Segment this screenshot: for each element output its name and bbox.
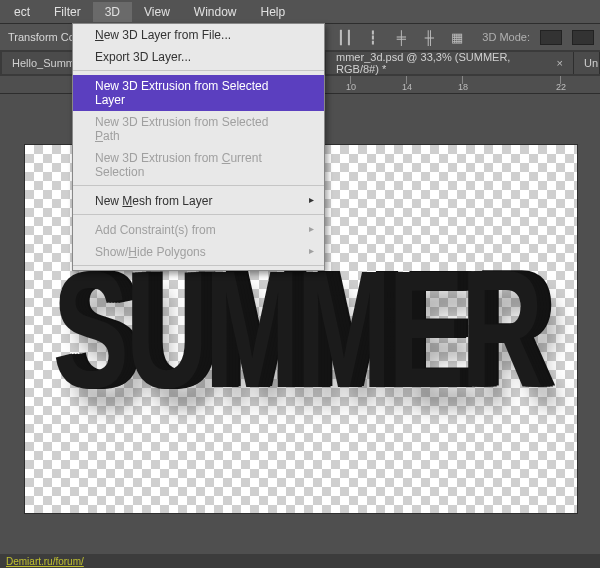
main-menu-bar: ect Filter 3D View Window Help (0, 0, 600, 23)
document-tab-3[interactable]: Un (574, 52, 600, 74)
ruler-tick-label: 18 (458, 82, 468, 92)
menu-item-show-hide-polygons: Show/Hide Polygons▸ (73, 241, 324, 266)
options-label: Transform Con (4, 31, 81, 43)
menu-view[interactable]: View (132, 2, 182, 22)
menu-3d[interactable]: 3D (93, 2, 132, 22)
align-center-icon[interactable]: ┃┃ (336, 28, 354, 46)
menu-help[interactable]: Help (249, 2, 298, 22)
mode-roll-icon[interactable] (572, 30, 594, 45)
menu-item-new-3d-layer-from-file[interactable]: New 3D Layer from File... (73, 24, 324, 46)
mode-label: 3D Mode: (482, 31, 530, 43)
menu-select[interactable]: ect (2, 2, 42, 22)
menu-3d-dropdown: New 3D Layer from File... Export 3D Laye… (72, 23, 325, 271)
align-right-icon[interactable]: ┇ (364, 28, 382, 46)
ruler-tick-label: 10 (346, 82, 356, 92)
menu-item-new-mesh-from-layer[interactable]: New Mesh from Layer▸ (73, 190, 324, 215)
close-icon[interactable]: × (557, 57, 563, 69)
distribute-vertical-icon[interactable]: ╫ (420, 28, 438, 46)
mode-rotate-icon[interactable] (540, 30, 562, 45)
distribute-horizontal-icon[interactable]: ╪ (392, 28, 410, 46)
tab-label: mmer_3d.psd @ 33,3% (SUMMER, RGB/8#) * (336, 51, 549, 75)
document-tab-1[interactable]: Hello_Summ (2, 52, 82, 74)
menu-item-new-3d-extrusion-selected-layer[interactable]: New 3D Extrusion from Selected Layer (73, 75, 324, 111)
submenu-arrow-icon: ▸ (309, 194, 314, 205)
ruler-tick-label: 14 (402, 82, 412, 92)
menu-item-new-3d-extrusion-selected-path: New 3D Extrusion from Selected Path (73, 111, 324, 147)
submenu-arrow-icon: ▸ (309, 245, 314, 256)
grid-icon[interactable]: ▦ (448, 28, 466, 46)
tab-label: Un (584, 57, 598, 69)
submenu-arrow-icon: ▸ (309, 223, 314, 234)
menu-item-add-constraints-from: Add Constraint(s) from▸ (73, 219, 324, 241)
document-tab-2[interactable]: mmer_3d.psd @ 33,3% (SUMMER, RGB/8#) * × (326, 52, 574, 74)
tab-label: Hello_Summ (12, 57, 75, 69)
menu-window[interactable]: Window (182, 2, 249, 22)
ruler-tick-label: 22 (556, 82, 566, 92)
menu-item-new-3d-extrusion-current-selection: New 3D Extrusion from Current Selection (73, 147, 324, 186)
site-watermark[interactable]: Demiart.ru/forum/ (0, 554, 600, 568)
menu-item-export-3d-layer[interactable]: Export 3D Layer... (73, 46, 324, 71)
menu-filter[interactable]: Filter (42, 2, 93, 22)
